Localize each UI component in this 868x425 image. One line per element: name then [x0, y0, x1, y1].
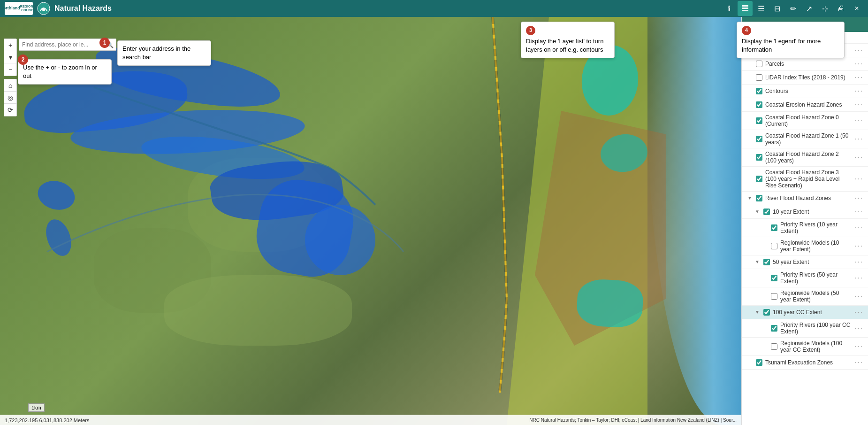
step1-badge: 1: [99, 38, 110, 48]
layer-item-coastal-flood-0: Coastal Flood Hazard Zone 0 (Current)···: [742, 112, 868, 130]
layer-name-lidar: LiDAR Index Tiles (2018 - 2019): [765, 74, 852, 81]
tooltip-step1: Enter your address in the search bar: [117, 40, 211, 66]
layer-name-10yr: 10 year Extent: [773, 209, 852, 215]
table-button[interactable]: ⊟: [769, 1, 784, 16]
layer-options-parcels[interactable]: ···: [854, 60, 863, 68]
layer-name-tsunami: Tsunami Evacuation Zones: [765, 359, 852, 366]
checkbox-10yr[interactable]: [763, 209, 770, 215]
svg-rect-3: [742, 8, 748, 9]
print-button[interactable]: 🖨: [833, 1, 848, 16]
layer-name-coastal-erosion: Coastal Erosion Hazard Zones: [765, 101, 852, 108]
zoom-in-button[interactable]: +: [4, 39, 16, 51]
zoom-out-button[interactable]: −: [4, 63, 16, 76]
layer-name-regionwide-50yr: Regionwide Models (50 year Extent): [780, 290, 852, 303]
svg-rect-2: [742, 5, 748, 7]
share-button[interactable]: ↗: [801, 1, 816, 16]
layer-options-priority-50yr[interactable]: ···: [854, 274, 863, 282]
checkbox-river-flood[interactable]: [756, 195, 762, 201]
terrain-patch: [164, 275, 352, 346]
layer-item-coastal-flood-3: Coastal Flood Hazard Zone 3 (100 years +…: [742, 167, 868, 192]
layer-items-container: Towns···Parcels···LiDAR Index Tiles (201…: [742, 44, 868, 370]
step3-badge: 3: [526, 26, 535, 35]
expand-arrow-river-flood[interactable]: ▼: [747, 195, 753, 201]
layer-options-100yr-cc[interactable]: ···: [854, 308, 863, 317]
layer-item-tsunami: Tsunami Evacuation Zones···: [742, 356, 868, 370]
layer-options-coastal-flood-0[interactable]: ···: [854, 116, 863, 125]
checkbox-coastal-erosion[interactable]: [756, 101, 762, 108]
layer-options-tsunami[interactable]: ···: [854, 358, 863, 367]
checkbox-regionwide-10yr[interactable]: [771, 243, 777, 249]
layer-options-towns[interactable]: ···: [854, 46, 863, 54]
layer-item-priority-10yr: Priority Rivers (10 year Extent)···: [742, 219, 868, 237]
layer-options-coastal-erosion[interactable]: ···: [854, 100, 863, 109]
layer-options-river-flood[interactable]: ···: [854, 194, 863, 202]
layer-options-regionwide-10yr[interactable]: ···: [854, 242, 863, 250]
search-input[interactable]: [19, 39, 104, 50]
layer-options-lidar[interactable]: ···: [854, 73, 863, 82]
checkbox-regionwide-100yr[interactable]: [771, 343, 777, 350]
layer-item-parcels: Parcels···: [742, 57, 868, 71]
checkbox-lidar[interactable]: [756, 74, 762, 81]
step4-badge: 4: [742, 26, 751, 35]
home-button[interactable]: ⌂: [4, 79, 16, 92]
layer-item-regionwide-100yr: Regionwide Models (100 year CC Extent)··…: [742, 338, 868, 356]
layer-item-coastal-erosion: Coastal Erosion Hazard Zones···: [742, 98, 868, 112]
checkbox-50yr[interactable]: [763, 259, 770, 265]
close-button[interactable]: ✕: [849, 1, 864, 16]
layer-options-priority-100yr[interactable]: ···: [854, 324, 863, 332]
layer-name-contours: Contours: [765, 88, 852, 94]
expand-arrow-50yr[interactable]: ▼: [755, 259, 761, 265]
layer-options-regionwide-50yr[interactable]: ···: [854, 292, 863, 301]
checkbox-priority-50yr[interactable]: [771, 275, 777, 281]
location-button[interactable]: ◎: [4, 92, 16, 104]
layer-options-regionwide-100yr[interactable]: ···: [854, 342, 863, 351]
history-button[interactable]: ⟳: [4, 104, 16, 116]
checkbox-priority-100yr[interactable]: [771, 325, 777, 332]
map-toolbar: + ▾ − ⌂ ◎ ⟳: [4, 39, 17, 116]
info-button[interactable]: ℹ: [722, 1, 737, 16]
expand-arrow-100yr-cc[interactable]: ▼: [755, 309, 761, 315]
layer-item-regionwide-10yr: Regionwide Models (10 year Extent)···: [742, 237, 868, 255]
layers-icon: [741, 4, 749, 13]
cursor-button[interactable]: ⊹: [817, 1, 832, 16]
layer-name-coastal-flood-3: Coastal Flood Hazard Zone 3 (100 years +…: [765, 169, 852, 189]
map-container[interactable]: + ▾ − ⌂ ◎ ⟳ 🔍 1 Enter your address in th…: [0, 17, 741, 425]
flood-zone-sm1: [35, 177, 78, 214]
checkbox-parcels[interactable]: [756, 61, 762, 67]
checkbox-regionwide-50yr[interactable]: [771, 293, 777, 300]
layer-options-contours[interactable]: ···: [854, 87, 863, 95]
list-button[interactable]: ☰: [754, 1, 769, 16]
checkbox-100yr-cc[interactable]: [763, 309, 770, 316]
step2-badge: 2: [18, 54, 28, 65]
layer-options-coastal-flood-2[interactable]: ···: [854, 153, 863, 162]
layer-options-10yr[interactable]: ···: [854, 208, 863, 216]
checkbox-coastal-flood-2[interactable]: [756, 154, 762, 161]
checkbox-coastal-flood-0[interactable]: [756, 117, 762, 124]
edit-button[interactable]: ✏: [785, 1, 800, 16]
layer-item-coastal-flood-2: Coastal Flood Hazard Zone 2 (100 years)·…: [742, 148, 868, 167]
checkbox-coastal-flood-3[interactable]: [756, 176, 762, 182]
scale-bar: 1km: [28, 403, 45, 412]
layer-options-priority-10yr[interactable]: ···: [854, 224, 863, 232]
layer-name-regionwide-10yr: Regionwide Models (10 year Extent): [780, 240, 852, 253]
coords-bar: 1,723,202.195 6,031,838.202 Meters NRC N…: [0, 415, 741, 425]
layer-name-regionwide-100yr: Regionwide Models (100 year CC Extent): [780, 340, 852, 353]
checkbox-coastal-flood-1[interactable]: [756, 136, 762, 142]
checkbox-tsunami[interactable]: [756, 359, 762, 366]
layer-options-coastal-flood-3[interactable]: ···: [854, 175, 863, 183]
checkbox-priority-10yr[interactable]: [771, 224, 777, 231]
layer-item-10yr: ▼10 year Extent···: [742, 205, 868, 219]
layer-item-contours: Contours···: [742, 85, 868, 98]
layer-item-100yr-cc: ▼100 year CC Extent···: [742, 306, 868, 319]
layer-name-coastal-flood-0: Coastal Flood Hazard Zone 0 (Current): [765, 114, 852, 127]
layer-name-parcels: Parcels: [765, 61, 852, 67]
layers-button[interactable]: [738, 1, 753, 16]
app-header: Northland REGIONAL COUNCIL Natural Hazar…: [0, 0, 868, 17]
layer-name-priority-10yr: Priority Rivers (10 year Extent): [780, 221, 852, 234]
checkbox-contours[interactable]: [756, 88, 762, 94]
zoom-dropdown-button[interactable]: ▾: [4, 51, 16, 63]
layer-options-50yr[interactable]: ···: [854, 258, 863, 266]
layer-item-river-flood: ▼River Flood Hazard Zones···: [742, 192, 868, 205]
expand-arrow-10yr[interactable]: ▼: [755, 209, 761, 215]
layer-options-coastal-flood-1[interactable]: ···: [854, 135, 863, 143]
